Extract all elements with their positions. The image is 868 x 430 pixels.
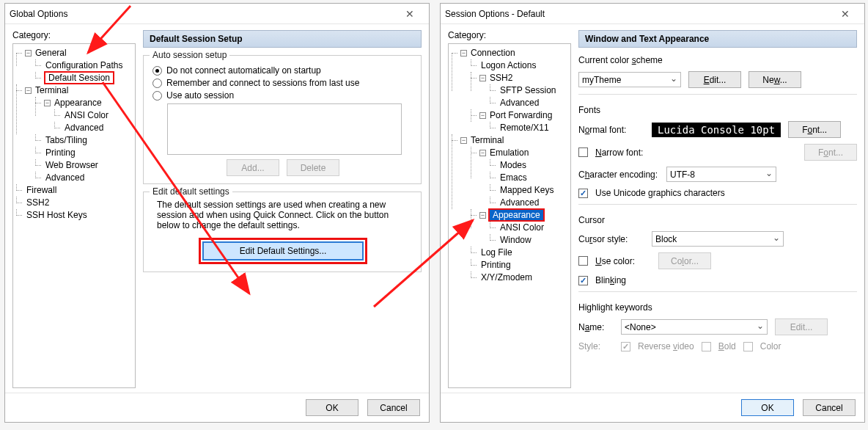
- color-ck-label: Color: [760, 341, 781, 351]
- global-title: Global Options: [10, 9, 395, 19]
- panel-title: Default Session Setup: [143, 30, 422, 48]
- bold-check: [702, 342, 711, 351]
- tree-default-session[interactable]: Default Session: [44, 71, 114, 84]
- tree-tabs[interactable]: Tabs/Tiling: [44, 135, 89, 145]
- cursor-label: Cursor: [578, 215, 857, 225]
- tree-advanced[interactable]: Advanced: [63, 123, 105, 133]
- delete-button: Delete: [287, 159, 339, 176]
- use-color-label: Use color:: [595, 256, 651, 266]
- category-tree[interactable]: −General Configuration Paths Default Ses…: [12, 43, 136, 388]
- tree-appearance[interactable]: Appearance: [488, 208, 545, 222]
- category-label: Category:: [448, 30, 571, 40]
- font-sample: Lucida Console 10pt: [652, 123, 781, 137]
- tree-emacs[interactable]: Emacs: [499, 172, 529, 183]
- radio-icon[interactable]: [152, 91, 162, 101]
- ok-button[interactable]: OK: [741, 399, 794, 416]
- edit-default-legend: Edit default settings: [150, 186, 232, 197]
- tree-ssh-host-keys[interactable]: SSH Host Keys: [25, 210, 89, 220]
- color-check: [743, 342, 753, 351]
- radio-remember[interactable]: Remember and connect to sessions from la…: [152, 78, 413, 88]
- hk-edit-button: Edit...: [775, 318, 828, 335]
- tree-remotex11[interactable]: Remote/X11: [499, 123, 551, 133]
- category-tree[interactable]: −Connection Logon Actions −SSH2 SFTP Ses…: [448, 43, 571, 388]
- radio-use-auto[interactable]: Use auto session: [152, 90, 413, 101]
- tree-appearance[interactable]: Appearance: [53, 98, 103, 108]
- hk-name-label: Name:: [578, 322, 614, 332]
- tree-firewall[interactable]: Firewall: [25, 185, 58, 195]
- tree-xyz[interactable]: X/Y/Zmodem: [479, 272, 534, 283]
- auto-session-legend: Auto session setup: [150, 50, 229, 60]
- font-button[interactable]: Font...: [788, 121, 841, 138]
- add-button: Add...: [227, 159, 279, 176]
- tree-config-paths[interactable]: Configuration Paths: [44, 60, 124, 70]
- tree-advanced[interactable]: Advanced: [499, 98, 540, 108]
- tree-connection[interactable]: Connection: [469, 48, 517, 58]
- color-scheme-combo[interactable]: myTheme: [578, 72, 681, 87]
- unicode-check[interactable]: [578, 189, 588, 198]
- category-label: Category:: [12, 30, 136, 40]
- use-color-check[interactable]: [578, 256, 588, 266]
- tree-modes[interactable]: Modes: [499, 160, 528, 170]
- tree-terminal[interactable]: Terminal: [469, 135, 505, 145]
- tree-terminal[interactable]: Terminal: [34, 85, 70, 95]
- new-scheme-button[interactable]: New...: [749, 71, 801, 88]
- tree-printing[interactable]: Printing: [44, 147, 77, 158]
- close-icon[interactable]: ✕: [831, 8, 860, 20]
- char-enc-combo[interactable]: UTF-8: [666, 167, 776, 182]
- reverse-check: [621, 342, 630, 351]
- cursor-style-label: Cursor style:: [578, 234, 644, 244]
- radio-icon[interactable]: [152, 66, 162, 76]
- tree-logon[interactable]: Logon Actions: [479, 60, 537, 70]
- tree-ssh2[interactable]: SSH2: [25, 197, 51, 208]
- char-enc-label: Character encoding:: [578, 170, 659, 180]
- session-title: Session Options - Default: [445, 9, 831, 19]
- edit-scheme-button[interactable]: Edit...: [688, 71, 741, 88]
- close-icon[interactable]: ✕: [395, 8, 424, 20]
- narrow-font-button: Font...: [804, 144, 857, 161]
- bold-label: Bold: [718, 341, 736, 351]
- tree-ansi-color[interactable]: ANSI Color: [63, 110, 110, 120]
- radio-no-auto[interactable]: Do not connect automatically on startup: [152, 65, 413, 76]
- tree-web[interactable]: Web Browser: [44, 160, 100, 170]
- blinking-check[interactable]: [578, 276, 588, 285]
- cursor-style-combo[interactable]: Block: [652, 231, 784, 247]
- hk-style-label: Style:: [578, 341, 614, 351]
- edit-default-desc: The default session settings are used wh…: [152, 200, 413, 238]
- cancel-button[interactable]: Cancel: [367, 399, 420, 416]
- unicode-label: Use Unicode graphics characters: [595, 188, 725, 198]
- tree-window[interactable]: Window: [499, 235, 533, 245]
- tree-advanced2[interactable]: Advanced: [44, 172, 86, 183]
- narrow-font-label: Narrow font:: [595, 147, 655, 158]
- tree-portfwd[interactable]: Port Forwarding: [488, 110, 553, 120]
- color-scheme-label: Current color scheme: [578, 55, 857, 65]
- radio-icon[interactable]: [152, 79, 162, 88]
- hk-name-combo[interactable]: <None>: [621, 319, 768, 335]
- edit-default-settings-button[interactable]: Edit Default Settings...: [202, 241, 364, 260]
- auto-session-list: [167, 103, 402, 155]
- tree-emulation[interactable]: Emulation: [488, 147, 530, 158]
- normal-font-label: Normal font:: [578, 125, 644, 135]
- fonts-label: Fonts: [578, 105, 857, 115]
- tree-advanced2[interactable]: Advanced: [499, 197, 540, 208]
- panel-title: Window and Text Appearance: [578, 30, 857, 48]
- tree-ssh2[interactable]: SSH2: [488, 73, 514, 83]
- reverse-label: Reverse video: [638, 341, 694, 351]
- cancel-button[interactable]: Cancel: [803, 399, 856, 416]
- blinking-label: Blinking: [595, 275, 626, 285]
- tree-mapped[interactable]: Mapped Keys: [499, 185, 555, 195]
- tree-general[interactable]: General: [34, 48, 68, 58]
- highlight-label: Highlight keywords: [578, 302, 857, 313]
- tree-ansi[interactable]: ANSI Color: [499, 222, 545, 233]
- tree-logfile[interactable]: Log File: [479, 247, 514, 258]
- tree-sftp[interactable]: SFTP Session: [499, 85, 557, 95]
- tree-printing[interactable]: Printing: [479, 260, 512, 270]
- ok-button[interactable]: OK: [306, 399, 358, 416]
- color-button: Color...: [658, 252, 711, 269]
- narrow-check[interactable]: [578, 147, 588, 157]
